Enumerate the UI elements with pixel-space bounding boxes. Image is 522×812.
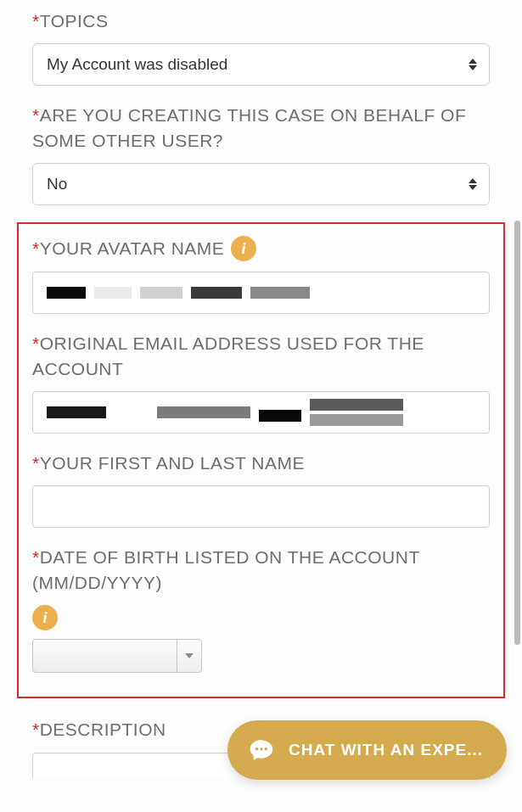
select-arrows-icon xyxy=(469,59,477,70)
required-asterisk: * xyxy=(32,105,40,125)
topics-select[interactable]: My Account was disabled xyxy=(32,43,490,86)
required-asterisk: * xyxy=(32,333,40,353)
label-dob-text: DATE OF BIRTH LISTED ON THE ACCOUNT (MM/… xyxy=(32,547,419,591)
field-avatar-name: *YOUR AVATAR NAME i xyxy=(32,236,490,314)
label-email-text: ORIGINAL EMAIL ADDRESS USED FOR THE ACCO… xyxy=(32,333,424,378)
required-asterisk: * xyxy=(32,720,40,739)
dob-date-picker[interactable] xyxy=(32,639,202,673)
label-email: *ORIGINAL EMAIL ADDRESS USED FOR THE ACC… xyxy=(32,331,490,381)
topics-select-value: My Account was disabled xyxy=(47,55,227,74)
chat-widget-label: CHAT WITH AN EXPE... xyxy=(289,741,483,759)
label-on-behalf: *ARE YOU CREATING THIS CASE ON BEHALF OF… xyxy=(32,103,490,153)
chevron-down-icon xyxy=(185,653,194,658)
label-avatar-text: YOUR AVATAR NAME xyxy=(40,238,225,258)
redacted-text xyxy=(250,287,310,299)
on-behalf-select[interactable]: No xyxy=(32,163,490,205)
required-asterisk: * xyxy=(32,547,40,567)
label-on-behalf-text: ARE YOU CREATING THIS CASE ON BEHALF OF … xyxy=(32,105,466,149)
redacted-text xyxy=(191,287,242,299)
svg-point-1 xyxy=(260,748,262,750)
redacted-text xyxy=(94,287,132,299)
required-asterisk: * xyxy=(32,238,40,258)
select-arrows-icon xyxy=(469,178,477,190)
redacted-text xyxy=(47,287,86,299)
label-topics: *TOPICS xyxy=(32,8,490,33)
redacted-text xyxy=(140,287,182,299)
field-dob: *DATE OF BIRTH LISTED ON THE ACCOUNT (MM… xyxy=(32,545,490,673)
svg-point-2 xyxy=(265,748,267,750)
scrollbar-thumb[interactable] xyxy=(514,221,520,645)
label-description-text: DESCRIPTION xyxy=(40,720,166,739)
chat-widget-button[interactable]: CHAT WITH AN EXPE... xyxy=(227,720,507,780)
required-asterisk: * xyxy=(32,453,40,473)
svg-point-0 xyxy=(255,748,258,750)
label-full-name: *YOUR FIRST AND LAST NAME xyxy=(32,451,490,475)
redacted-text xyxy=(157,406,250,418)
info-icon[interactable]: i xyxy=(32,605,58,630)
highlighted-section: *YOUR AVATAR NAME i *ORIGINAL EMAIL ADDR… xyxy=(17,222,505,698)
label-dob: *DATE OF BIRTH LISTED ON THE ACCOUNT (MM… xyxy=(32,545,490,595)
field-full-name: *YOUR FIRST AND LAST NAME xyxy=(32,451,490,528)
chat-bubble-icon xyxy=(248,736,275,764)
on-behalf-select-value: No xyxy=(47,175,67,193)
redacted-text xyxy=(259,410,301,422)
redacted-text xyxy=(310,414,403,426)
redacted-text xyxy=(310,399,403,411)
label-topics-text: TOPICS xyxy=(40,11,109,31)
redacted-text xyxy=(47,406,106,418)
info-icon[interactable]: i xyxy=(231,236,256,261)
email-input[interactable] xyxy=(32,391,490,434)
avatar-name-input[interactable] xyxy=(32,272,490,314)
label-avatar-name: *YOUR AVATAR NAME i xyxy=(32,236,490,261)
field-topics: *TOPICS My Account was disabled xyxy=(32,8,490,86)
field-on-behalf: *ARE YOU CREATING THIS CASE ON BEHALF OF… xyxy=(32,103,490,205)
field-email: *ORIGINAL EMAIL ADDRESS USED FOR THE ACC… xyxy=(32,331,490,434)
full-name-input[interactable] xyxy=(32,485,490,528)
label-full-name-text: YOUR FIRST AND LAST NAME xyxy=(40,453,305,473)
support-form: *TOPICS My Account was disabled *ARE YOU… xyxy=(0,0,522,804)
required-asterisk: * xyxy=(32,11,40,31)
